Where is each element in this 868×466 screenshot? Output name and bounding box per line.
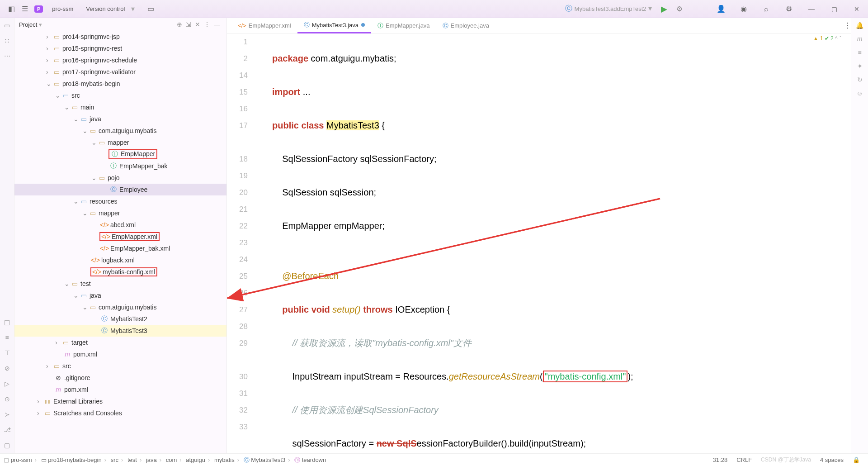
minimize-button[interactable]: — (805, 5, 818, 13)
tree-item[interactable]: ›▭target (14, 337, 226, 348)
tree-item[interactable]: ›▭pro14-springmvc-jsp (14, 31, 226, 43)
tab-empmapper-java[interactable]: ⒾEmpMapper.java (371, 18, 436, 33)
editor-tabs: </>EmpMapper.xml ⒸMybatisTest3.java ⒾEmp… (227, 18, 851, 33)
project-name[interactable]: pro-ssm (52, 5, 73, 12)
updates-icon[interactable]: ◉ (737, 2, 750, 16)
maven-tool-icon[interactable]: m (857, 35, 863, 43)
tree-item[interactable]: ›▭pro16-springmvc-schedule (14, 54, 226, 66)
app-icon[interactable]: ◧ (5, 2, 18, 16)
run-config-dropdown[interactable]: ⓒ MybatisTest3.addEmpTest2 ▾ (565, 4, 652, 14)
run-tool-icon[interactable]: ▷ (5, 380, 9, 387)
tree-item[interactable]: ⒸEmployee (14, 184, 226, 195)
project-panel-title: Project (19, 21, 37, 28)
project-panel-header: Project ▾ ⊕ ⇲ ✕ ⋮ — (14, 18, 226, 31)
line-separator[interactable]: CRLF (736, 456, 752, 463)
folder-icon[interactable]: ▭ (144, 2, 157, 16)
tree-item[interactable]: ⌄▭resources (14, 195, 226, 207)
tree-item[interactable]: ⌄▭com.atguigu.mybatis (14, 125, 226, 137)
tree-item[interactable]: ⒸMybatisTest2 (14, 313, 226, 325)
version-control[interactable]: Version control (86, 5, 125, 12)
tree-item[interactable]: ⌄▭pro18-mybatis-begin (14, 78, 226, 90)
tree-item[interactable]: ⌄▭mapper (14, 207, 226, 219)
tree-item[interactable]: ⌄▭com.atguigu.mybatis (14, 301, 226, 313)
maximize-button[interactable]: ▢ (827, 5, 841, 13)
tree-item[interactable]: ⒾEmpMapper (14, 148, 226, 160)
user-icon[interactable]: 👤 (714, 2, 728, 16)
tree-item[interactable]: ⒾEmpMapper_bak (14, 160, 226, 172)
tabs-options-icon[interactable]: ⋮ (844, 21, 851, 30)
collapse-icon[interactable]: ✕ (195, 21, 200, 28)
tree-item[interactable]: ⌄▭java (14, 290, 226, 301)
watermark: CSDN @丁总学Java (761, 456, 811, 464)
more-tool-icon[interactable]: ⋯ (4, 52, 10, 60)
tree-item[interactable]: </>abcd.xml (14, 219, 226, 231)
project-tree[interactable]: ›▭pro14-springmvc-jsp ›▭pro15-springmvc-… (14, 31, 226, 453)
project-panel: Project ▾ ⊕ ⇲ ✕ ⋮ — ›▭pro14-springmvc-js… (14, 18, 227, 453)
ai-tool-icon[interactable]: ✦ (857, 62, 863, 70)
readonly-icon[interactable]: 🔒 (853, 456, 860, 463)
hide-icon[interactable]: — (214, 21, 220, 28)
run-button[interactable]: ▶ (661, 4, 667, 14)
right-tool-strip: 🔔 m ≡ ✦ ↻ ☺ (851, 18, 868, 453)
code-editor[interactable]: ▲ 1 ✔ 2 ^ ˅ 1214151617 18192021222324252… (227, 33, 851, 453)
left-tool-strip: ▭ ∷ ⋯ ◫ ≡ ⊤ ⊘ ▷ ⊙ ≻ ⎇ ▢ (0, 18, 14, 453)
debug-button[interactable]: ⚙ (676, 5, 683, 13)
vcs-tool-icon[interactable]: ⎇ (4, 426, 11, 433)
tree-item[interactable]: mpom.xml (14, 348, 226, 360)
tab-empmapper-xml[interactable]: </>EmpMapper.xml (231, 18, 297, 33)
locate-icon[interactable]: ⊕ (177, 21, 182, 28)
tree-item[interactable]: ›▭pro15-springmvc-rest (14, 43, 226, 54)
settings-icon[interactable]: ⚙ (782, 2, 796, 16)
tab-employee[interactable]: ⒸEmployee.java (436, 18, 495, 33)
tree-item[interactable]: ›▭src (14, 360, 226, 372)
terminal-icon[interactable]: ≻ (5, 411, 10, 418)
structure-tool-icon[interactable]: ∷ (5, 37, 9, 44)
tree-item[interactable]: ⌄▭pojo (14, 172, 226, 184)
tree-item[interactable]: ⌄▭src (14, 90, 226, 101)
expand-icon[interactable]: ⇲ (186, 21, 191, 28)
tree-item[interactable]: ⌄▭java (14, 113, 226, 125)
tree-item[interactable]: ›▭Scratches and Consoles (14, 407, 226, 419)
indent-info[interactable]: 4 spaces (820, 456, 844, 463)
project-badge: P (34, 5, 43, 13)
tab-mybatistest3[interactable]: ⒸMybatisTest3.java (297, 18, 371, 33)
tree-item[interactable]: ⌄▭test (14, 278, 226, 290)
modified-dot-icon (361, 23, 365, 27)
build-tool-icon[interactable]: ▢ (4, 442, 10, 449)
tree-item[interactable]: ⊘.gitignore (14, 372, 226, 384)
titlebar: ◧ ☰ P pro-ssm Version control ▾ ▭ ⓒ Myba… (0, 0, 868, 18)
search-icon[interactable]: ⌕ (760, 2, 773, 16)
tree-item[interactable]: ⒸMybatisTest3 (14, 325, 226, 337)
code-content[interactable]: package com.atguigu.mybatis; import ... … (254, 33, 851, 453)
menu-icon[interactable]: ☰ (18, 2, 32, 16)
tree-item[interactable]: ⌄▭mapper (14, 137, 226, 148)
history-tool-icon[interactable]: ↻ (857, 76, 863, 83)
tree-item[interactable]: </>EmpMapper.xml (14, 231, 226, 243)
emoji-tool-icon[interactable]: ☺ (856, 90, 863, 97)
caret-position[interactable]: 31:28 (713, 456, 728, 463)
breadcrumb[interactable]: ▢ pro-ssm› ▭ pro18-mybatis-begin› src› t… (4, 456, 326, 464)
tree-item[interactable]: mpom.xml (14, 384, 226, 395)
options-icon[interactable]: ⋮ (204, 21, 210, 28)
db-icon[interactable]: ≡ (5, 334, 9, 341)
tree-item[interactable]: ⌄▭main (14, 101, 226, 113)
tree-item[interactable]: </>logback.xml (14, 254, 226, 266)
bookmark-icon[interactable]: ◫ (4, 319, 10, 326)
tree-item[interactable]: ›⫾⫾External Libraries (14, 395, 226, 407)
notifications-icon[interactable]: 🔔 (856, 22, 863, 29)
tree-item[interactable]: ›▭pro17-springmvc-validator (14, 66, 226, 78)
editor-area: </>EmpMapper.xml ⒸMybatisTest3.java ⒾEmp… (227, 18, 851, 453)
tool-icon-b[interactable]: ⊘ (5, 365, 10, 372)
status-bar: ▢ pro-ssm› ▭ pro18-mybatis-begin› src› t… (0, 453, 868, 466)
tree-item[interactable]: </>mybatis-config.xml (14, 266, 226, 278)
close-button[interactable]: ✕ (850, 5, 863, 13)
db-tool-icon[interactable]: ≡ (858, 49, 861, 56)
tree-item[interactable]: </>EmpMapper_bak.xml (14, 243, 226, 254)
project-tool-icon[interactable]: ▭ (4, 22, 10, 29)
tool-icon-c[interactable]: ⊙ (5, 395, 10, 403)
gutter[interactable]: 1214151617 181920212223242526272829 3031… (227, 33, 254, 453)
tool-icon-a[interactable]: ⊤ (5, 349, 10, 357)
